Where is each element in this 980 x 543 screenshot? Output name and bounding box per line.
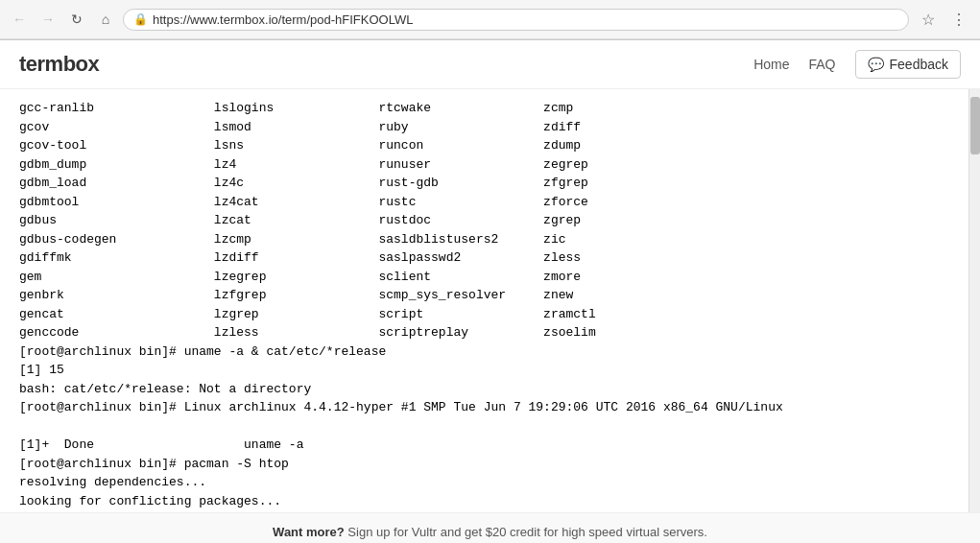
app-logo: termbox: [19, 52, 99, 77]
footer: Want more? Sign up for Vultr and get $20…: [0, 512, 980, 543]
footer-cta-bold: Want more?: [273, 525, 345, 539]
terminal[interactable]: gcc-ranlib lslogins rtcwake zcmp gcov ls…: [0, 89, 968, 512]
browser-menu-button[interactable]: ⋮: [945, 6, 972, 33]
url-text: https://www.termbox.io/term/pod-hFIFKOOL…: [153, 12, 898, 27]
address-bar[interactable]: 🔒 https://www.termbox.io/term/pod-hFIFKO…: [123, 9, 909, 31]
refresh-button[interactable]: ↻: [65, 8, 88, 31]
home-nav-link[interactable]: Home: [753, 57, 789, 72]
app-nav: Home FAQ 💬 Feedback: [753, 50, 961, 79]
scrollbar-thumb[interactable]: [970, 97, 980, 154]
terminal-wrapper: gcc-ranlib lslogins rtcwake zcmp gcov ls…: [0, 89, 980, 512]
footer-cta-text: Sign up for Vultr and get $20 credit for…: [345, 525, 707, 539]
browser-chrome: ← → ↻ ⌂ 🔒 https://www.termbox.io/term/po…: [0, 0, 980, 40]
bookmark-button[interactable]: ☆: [915, 6, 942, 33]
feedback-label: Feedback: [890, 57, 948, 72]
speech-bubble-icon: 💬: [868, 57, 884, 72]
forward-button[interactable]: →: [36, 8, 60, 31]
feedback-button[interactable]: 💬 Feedback: [855, 50, 961, 79]
home-button[interactable]: ⌂: [94, 8, 117, 31]
faq-nav-link[interactable]: FAQ: [809, 57, 836, 72]
browser-toolbar: ← → ↻ ⌂ 🔒 https://www.termbox.io/term/po…: [0, 0, 980, 39]
terminal-output: gcc-ranlib lslogins rtcwake zcmp gcov ls…: [19, 101, 783, 512]
scrollbar[interactable]: [968, 89, 980, 512]
back-button[interactable]: ←: [8, 8, 31, 31]
lock-icon: 🔒: [133, 12, 148, 26]
browser-actions: ☆ ⋮: [915, 6, 972, 33]
app-header: termbox Home FAQ 💬 Feedback: [0, 40, 980, 89]
